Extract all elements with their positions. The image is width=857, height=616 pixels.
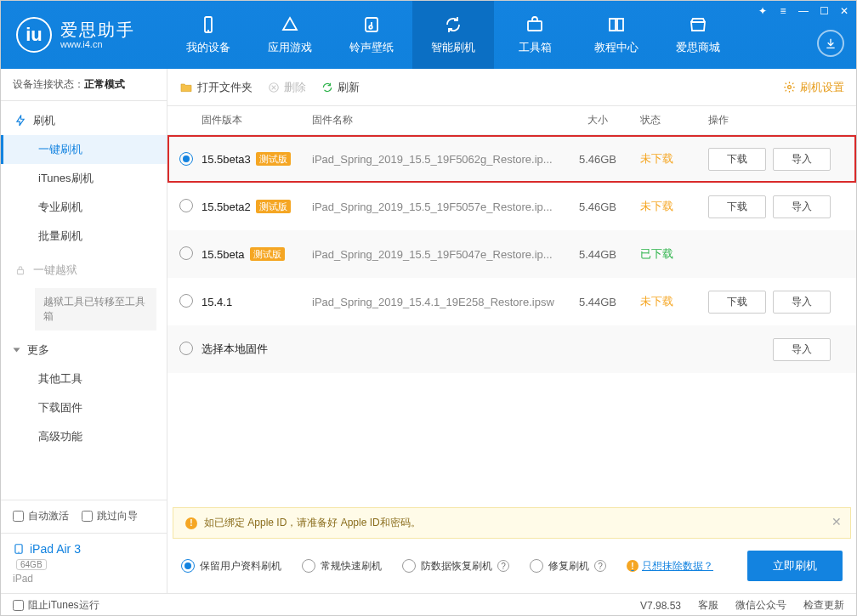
col-version: 固件版本 xyxy=(201,113,312,127)
download-button[interactable]: 下载 xyxy=(708,195,766,218)
col-status: 状态 xyxy=(632,113,708,127)
table-row[interactable]: 15.4.1iPad_Spring_2019_15.4.1_19E258_Res… xyxy=(167,278,856,325)
nav-ring[interactable]: 铃声壁纸 xyxy=(331,1,412,69)
ops-cell: 下载导入 xyxy=(708,195,844,218)
status-text: 已下载 xyxy=(632,246,708,262)
table-header: 固件版本 固件名称 大小 状态 操作 xyxy=(167,106,856,135)
sidebar-options: 自动激活 跳过向导 xyxy=(1,500,167,533)
size-text: 5.46GB xyxy=(564,153,632,166)
tablet-icon xyxy=(13,543,25,555)
beta-tag: 测试版 xyxy=(256,200,291,213)
ops-cell: 下载导入 xyxy=(708,148,844,171)
table-row[interactable]: 15.5beta3测试版iPad_Spring_2019_15.5_19F506… xyxy=(167,135,856,183)
firmware-name: iPad_Spring_2019_15.4.1_19E258_Restore.i… xyxy=(312,296,564,308)
nav-device[interactable]: 我的设备 xyxy=(167,1,249,69)
nav-flash[interactable]: 智能刷机 xyxy=(412,1,494,69)
update-link[interactable]: 检查更新 xyxy=(803,598,844,613)
group-jailbreak[interactable]: 一键越狱 xyxy=(1,256,167,285)
firmware-table: 15.5beta3测试版iPad_Spring_2019_15.5_19F506… xyxy=(167,135,856,373)
sidebar-item-oneclick[interactable]: 一键刷机 xyxy=(1,135,167,164)
support-link[interactable]: 客服 xyxy=(698,598,718,613)
version-text: 15.4.1 xyxy=(201,296,232,308)
help-icon[interactable]: ? xyxy=(594,560,606,572)
row-radio[interactable] xyxy=(179,246,193,260)
nav-label: 工具箱 xyxy=(519,40,552,55)
download-button[interactable]: 下载 xyxy=(708,291,766,314)
toolbox-icon xyxy=(525,14,545,35)
table-row[interactable]: 选择本地固件导入 xyxy=(167,325,856,373)
firmware-name: iPad_Spring_2019_15.5_19F5062g_Restore.i… xyxy=(312,153,564,166)
brand-url: www.i4.cn xyxy=(60,39,135,49)
chevron-down-icon xyxy=(14,348,20,352)
close-icon[interactable]: ✕ xyxy=(837,4,851,18)
col-name: 固件名称 xyxy=(312,113,564,127)
import-button[interactable]: 导入 xyxy=(773,338,831,361)
group-flash[interactable]: 刷机 xyxy=(1,106,167,135)
tip-text: 如已绑定 Apple ID，请准备好 Apple ID和密码。 xyxy=(204,516,421,530)
row-radio[interactable] xyxy=(179,199,193,212)
settings-button[interactable]: 刷机设置 xyxy=(783,80,844,95)
sidebar-item-batch[interactable]: 批量刷机 xyxy=(1,222,167,251)
connection-status: 设备连接状态：正常模式 xyxy=(1,69,167,101)
row-radio[interactable] xyxy=(179,152,193,166)
erase-data-link[interactable]: !只想抹除数据？ xyxy=(627,559,713,574)
row-radio[interactable] xyxy=(179,294,193,308)
help-icon[interactable]: ? xyxy=(497,560,509,572)
import-button[interactable]: 导入 xyxy=(773,195,831,218)
refresh-icon xyxy=(443,14,463,35)
device-info[interactable]: iPad Air 3 64GB iPad xyxy=(1,533,167,593)
toolbar: 打开文件夹 删除 刷新 刷机设置 xyxy=(167,69,856,106)
svg-rect-5 xyxy=(18,269,24,274)
table-row[interactable]: 15.5beta测试版iPad_Spring_2019_15.5_19F5047… xyxy=(167,230,856,278)
auto-activate-checkbox[interactable]: 自动激活 xyxy=(13,509,69,523)
brand-name: 爱思助手 xyxy=(60,20,135,39)
flash-opt-antirecover[interactable]: 防数据恢复刷机? xyxy=(402,559,509,574)
col-ops: 操作 xyxy=(708,113,844,127)
version-text: 15.5beta2 xyxy=(201,201,251,213)
row-radio[interactable] xyxy=(179,342,193,355)
nav-store[interactable]: 爱思商城 xyxy=(657,1,739,69)
flash-now-button[interactable]: 立即刷机 xyxy=(747,551,843,581)
device-type: iPad xyxy=(13,573,155,585)
refresh-button[interactable]: 刷新 xyxy=(321,80,360,95)
block-itunes-checkbox[interactable]: 阻止iTunes运行 xyxy=(13,598,99,613)
sidebar-item-download[interactable]: 下载固件 xyxy=(1,393,167,422)
wc-extra1-icon[interactable]: ✦ xyxy=(756,4,769,18)
skip-guide-checkbox[interactable]: 跳过向导 xyxy=(82,509,138,523)
table-row[interactable]: 15.5beta2测试版iPad_Spring_2019_15.5_19F505… xyxy=(167,183,856,230)
status-value: 正常模式 xyxy=(84,78,125,90)
group-more[interactable]: 更多 xyxy=(1,336,167,365)
wechat-link[interactable]: 微信公众号 xyxy=(735,598,786,613)
import-button[interactable]: 导入 xyxy=(773,148,831,171)
folder-icon xyxy=(179,81,193,94)
flash-opt-repair[interactable]: 修复刷机? xyxy=(530,559,606,574)
nav-toolbox[interactable]: 工具箱 xyxy=(494,1,576,69)
flash-opt-keep[interactable]: 保留用户资料刷机 xyxy=(181,559,281,574)
sidebar-item-advanced[interactable]: 高级功能 xyxy=(1,422,167,451)
svg-point-3 xyxy=(369,25,372,29)
tip-close-button[interactable]: ✕ xyxy=(831,515,842,528)
size-text: 5.44GB xyxy=(564,248,632,261)
store-icon xyxy=(688,14,708,35)
nav-tutor[interactable]: 教程中心 xyxy=(576,1,657,69)
device-name: iPad Air 3 xyxy=(30,542,81,556)
status-text: 未下载 xyxy=(632,199,708,214)
svg-rect-4 xyxy=(528,21,542,31)
version-text: 选择本地固件 xyxy=(201,342,268,357)
minimize-icon[interactable]: — xyxy=(797,4,810,18)
download-button[interactable] xyxy=(817,30,844,57)
open-folder-button[interactable]: 打开文件夹 xyxy=(179,80,253,95)
sidebar-item-pro[interactable]: 专业刷机 xyxy=(1,193,167,222)
wc-menu-icon[interactable]: ≡ xyxy=(776,4,790,18)
nav-label: 我的设备 xyxy=(186,40,230,55)
sidebar-item-itunes[interactable]: iTunes刷机 xyxy=(1,164,167,193)
svg-point-11 xyxy=(788,86,792,89)
top-nav: 我的设备 应用游戏 铃声壁纸 智能刷机 工具箱 教程中心 爱思商城 xyxy=(167,1,856,69)
download-button[interactable]: 下载 xyxy=(708,148,766,171)
import-button[interactable]: 导入 xyxy=(773,291,831,314)
nav-apps[interactable]: 应用游戏 xyxy=(249,1,331,69)
sidebar-item-other[interactable]: 其他工具 xyxy=(1,365,167,393)
maximize-icon[interactable]: ☐ xyxy=(817,4,831,18)
flash-opt-normal[interactable]: 常规快速刷机 xyxy=(302,559,382,574)
sidebar: 设备连接状态：正常模式 刷机 一键刷机 iTunes刷机 专业刷机 批量刷机 一… xyxy=(1,69,167,593)
